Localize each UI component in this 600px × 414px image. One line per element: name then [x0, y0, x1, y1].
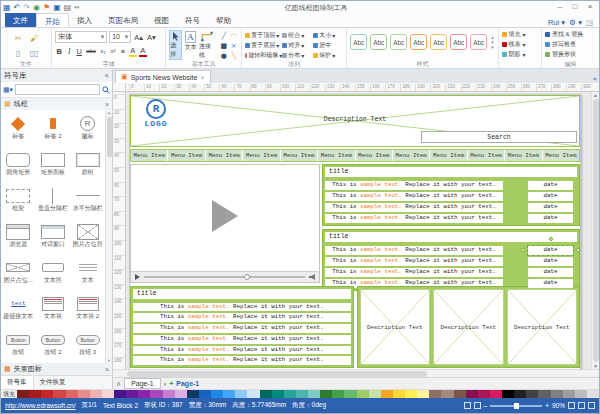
- minimize-button[interactable]: –: [553, 2, 567, 13]
- print-icon[interactable]: ▤: [64, 2, 72, 13]
- connector-tool[interactable]: 连接线: [199, 30, 215, 60]
- panel-tab-symbols[interactable]: 符号库: [1, 376, 34, 389]
- page-tab[interactable]: Page-1: [124, 378, 161, 389]
- list-title[interactable]: title: [133, 289, 351, 299]
- view-mode-1-icon[interactable]: [464, 402, 471, 409]
- italic-button[interactable]: I: [65, 47, 73, 56]
- settings-gear-icon[interactable]: ⚙ ▾: [569, 18, 582, 27]
- zoom-level[interactable]: 90%: [552, 402, 565, 409]
- image-placeholder-box[interactable]: Description Text: [433, 289, 504, 365]
- full-screen-icon[interactable]: [588, 402, 595, 409]
- page-link[interactable]: Page-1: [176, 380, 199, 387]
- vertical-scrollbar[interactable]: ▲▼: [591, 92, 599, 369]
- symbol-text[interactable]: 文本: [70, 256, 105, 292]
- style-swatch[interactable]: Abc: [390, 34, 407, 50]
- select-tool[interactable]: 选择: [169, 30, 182, 60]
- list-title[interactable]: title: [325, 167, 577, 177]
- font-family-select[interactable]: 宋体▾: [55, 31, 107, 43]
- save-icon[interactable]: ▣: [53, 2, 61, 13]
- add-page-button[interactable]: +: [169, 380, 173, 387]
- tab-help[interactable]: 帮助: [208, 13, 239, 27]
- send-to-back-button[interactable]: 置于底层▾: [245, 41, 282, 50]
- date-block[interactable]: date: [528, 268, 573, 277]
- video-progress-knob[interactable]: [244, 274, 250, 280]
- symbol-tag2[interactable]: 标签 2: [36, 112, 71, 148]
- highlight-color-button[interactable]: A: [129, 46, 137, 57]
- symbol-logo[interactable]: R徽标: [70, 112, 105, 148]
- sample-text[interactable]: This is sample text. Replace it with you…: [325, 192, 503, 201]
- line-button[interactable]: 线条 ▾: [502, 40, 538, 49]
- center-button[interactable]: 居中: [313, 41, 343, 50]
- menu-item[interactable]: Menu Item: [243, 150, 280, 161]
- play-icon[interactable]: [212, 200, 238, 232]
- strikethrough-button[interactable]: abc: [85, 48, 97, 54]
- header-description-text[interactable]: Description Text: [131, 116, 579, 123]
- account-menu[interactable]: Rui ▾: [548, 18, 565, 27]
- align-button[interactable]: 对齐▾: [282, 41, 313, 50]
- vector-close-icon[interactable]: ×: [105, 366, 109, 373]
- sample-text[interactable]: This is sample text. Replace it with you…: [133, 313, 351, 322]
- spellcheck-button[interactable]: 拼写检查: [545, 40, 596, 49]
- selection-handle[interactable]: [576, 248, 580, 252]
- rotate-mirror-button[interactable]: 旋转和镜像▾: [245, 51, 282, 60]
- arc-tool-icon[interactable]: ◠: [229, 32, 238, 41]
- fit-width-icon[interactable]: [578, 402, 585, 409]
- volume-icon[interactable]: [309, 274, 315, 280]
- sample-text[interactable]: This is sample text. Replace it with you…: [325, 203, 503, 212]
- document-tab[interactable]: ▣ Sports News Website ×: [115, 70, 211, 83]
- symbol-hdiv[interactable]: 水平分隔栏: [70, 184, 105, 220]
- sample-text[interactable]: This is sample text. Replace it with you…: [325, 268, 503, 277]
- rotation-handle[interactable]: [549, 237, 553, 241]
- tab-home[interactable]: 开始: [36, 13, 69, 27]
- date-block-selected[interactable]: date: [528, 246, 573, 255]
- panel-scrollbar[interactable]: ▲▼: [105, 110, 112, 363]
- date-block[interactable]: date: [528, 203, 573, 212]
- symbol-tarea[interactable]: 文本区: [36, 256, 71, 292]
- fill-button[interactable]: 填充 ▾: [502, 30, 538, 39]
- view-mode-2-icon[interactable]: [474, 402, 481, 409]
- rectangle-tool-icon[interactable]: ■: [219, 42, 228, 51]
- undo-icon[interactable]: ↶: [14, 2, 21, 13]
- sample-text[interactable]: This is sample text. Replace it with you…: [133, 356, 351, 365]
- symbol-browser[interactable]: 浏览器: [1, 220, 36, 256]
- edrawsoft-link[interactable]: http://www.edrawsoft.cn/: [5, 402, 75, 409]
- tab-page-layout[interactable]: 页面布局: [100, 13, 146, 27]
- search-box[interactable]: Search: [421, 131, 577, 143]
- image-placeholder-box[interactable]: Description Text: [507, 289, 578, 365]
- page[interactable]: R LOGO Description Text Search Menu Item…: [129, 94, 581, 369]
- menu-item[interactable]: Menu Item: [468, 150, 505, 161]
- date-block[interactable]: date: [528, 181, 573, 190]
- sample-text[interactable]: This is sample text. Replace it with you…: [133, 324, 351, 333]
- menu-item[interactable]: Menu Item: [505, 150, 542, 161]
- selection-handle[interactable]: [521, 248, 525, 252]
- date-block[interactable]: date: [528, 257, 573, 266]
- symbol-tag[interactable]: 标签: [1, 112, 36, 148]
- symbol-vdiv[interactable]: 垂直分隔栏: [36, 184, 71, 220]
- horizontal-scrollbar[interactable]: [113, 369, 599, 377]
- date-block[interactable]: date: [528, 192, 573, 201]
- collapse-right-panel-icon[interactable]: «: [593, 75, 599, 83]
- tab-file[interactable]: 文件: [5, 13, 36, 27]
- symbol-btn[interactable]: Button按钮: [1, 328, 36, 363]
- list-title[interactable]: title: [325, 232, 577, 242]
- search-icon[interactable]: [102, 86, 110, 94]
- text-tool[interactable]: A 文本: [184, 30, 197, 60]
- style-swatch[interactable]: Abc: [410, 34, 427, 50]
- document-close-icon[interactable]: ×: [200, 74, 204, 81]
- superscript-button[interactable]: x²: [109, 48, 117, 54]
- menu-item[interactable]: Menu Item: [206, 150, 243, 161]
- style-swatch[interactable]: Abc: [430, 34, 447, 50]
- paste-icon[interactable]: ▯: [16, 49, 20, 58]
- sample-text[interactable]: This is sample text. Replace it with you…: [325, 214, 503, 223]
- canvas-area[interactable]: R LOGO Description Text Search Menu Item…: [126, 92, 591, 369]
- menu-item[interactable]: Menu Item: [543, 150, 579, 161]
- grow-font-button[interactable]: A▴: [133, 33, 144, 42]
- find-replace-button[interactable]: 查找 & 替换: [545, 30, 596, 39]
- logo-placeholder[interactable]: R LOGO: [136, 99, 176, 128]
- menu-item[interactable]: Menu Item: [430, 150, 467, 161]
- style-swatch[interactable]: Abc: [450, 34, 467, 50]
- underline-button[interactable]: U: [75, 47, 83, 56]
- page-tab-dropdown-icon[interactable]: ▾: [164, 381, 167, 387]
- symbol-btn3[interactable]: Button按钮 3: [70, 328, 105, 363]
- vector-icons-title[interactable]: 矢量图标: [14, 364, 42, 374]
